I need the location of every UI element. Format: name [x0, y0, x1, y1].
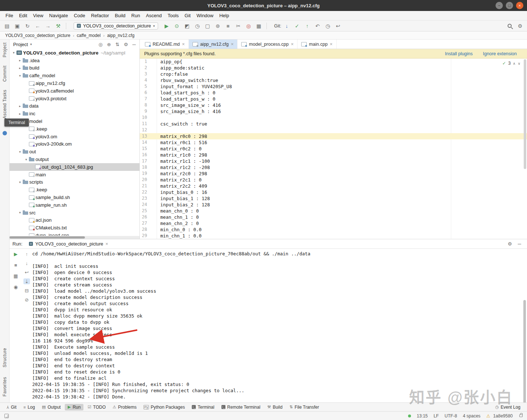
profiler-icon[interactable]: ◷	[194, 23, 201, 29]
code-line[interactable]: 18 matrix_r1c2 : -208	[140, 164, 527, 170]
tree-item[interactable]: ▸ build	[10, 64, 139, 72]
tab-aipp-nv12-cfg[interactable]: aipp_nv12.cfg ×	[189, 40, 238, 49]
clear-all-icon[interactable]: ⊘	[23, 297, 30, 303]
menu-item[interactable]: Git	[182, 12, 193, 19]
inspections-widget[interactable]: ✓ 3 ∧ ∨	[502, 61, 520, 66]
toolwindow-button-todo[interactable]: ☑ TODO	[85, 404, 108, 410]
tree-item[interactable]: ▸ .idea	[10, 57, 139, 64]
toolwindow-button-output[interactable]: ▤ Output	[39, 404, 63, 410]
stop-icon[interactable]: ■	[225, 23, 231, 29]
run-configuration-select[interactable]: YOLOV3_coco_detection_picture ▾	[74, 22, 158, 30]
tree-item[interactable]: yolov3.prototxt	[10, 95, 139, 102]
tree-item[interactable]: ▾ src	[10, 209, 139, 217]
code-line[interactable]: 25 mean_chn_0 : 0	[140, 208, 527, 214]
print-icon[interactable]: ⊟	[23, 288, 30, 293]
soft-wrap-icon[interactable]: ↩	[23, 269, 30, 275]
tree-item[interactable]: sample_run.sh	[10, 201, 139, 209]
up-stack-trace-icon[interactable]: ↑	[23, 251, 30, 257]
ignore-extension-link[interactable]: Ignore extension	[483, 51, 517, 56]
next-issue-icon[interactable]: ∨	[518, 61, 520, 65]
forward-icon[interactable]: →	[45, 23, 51, 29]
lock-icon[interactable]	[519, 415, 523, 417]
code-line[interactable]: 14 matrix_r0c1 : 516	[140, 139, 527, 146]
open-icon[interactable]: ▤	[4, 23, 10, 29]
code-line[interactable]: 15 matrix_r0c2 : 0	[140, 146, 527, 152]
toolwindow-button-build[interactable]: ⚒ Build	[264, 404, 285, 410]
menu-item[interactable]: File	[3, 12, 16, 19]
stop-icon[interactable]: ■	[12, 262, 19, 268]
run-icon[interactable]: ▶	[163, 23, 170, 29]
scroll-to-end-icon[interactable]: ⇣	[23, 278, 30, 284]
code-line[interactable]: 20 matrix_r2c1 : 0	[140, 177, 527, 183]
breadcrumb-item[interactable]: YOLOV3_coco_detection_picture	[5, 33, 70, 38]
install-plugins-link[interactable]: Install plugins	[445, 51, 473, 56]
undo-icon[interactable]: ↩	[335, 23, 341, 29]
code-line[interactable]: 6 load_start_pos_h : 0	[140, 90, 527, 96]
code-line[interactable]: 5 input_format : YUV420SP_U8	[140, 83, 527, 90]
code-line[interactable]: 2 aipp_mode:static	[140, 65, 527, 71]
tree-item[interactable]: ▸ data	[10, 102, 139, 110]
tree-chevron-icon[interactable]: ▸	[17, 66, 23, 70]
code-line[interactable]: 19 matrix_r2c0 : 298	[140, 170, 527, 177]
run-settings-icon[interactable]: ⚙	[508, 241, 512, 247]
toolwindow-button-problems[interactable]: ⚠ Problems	[110, 404, 140, 410]
build-icon[interactable]: ⚒	[55, 23, 61, 29]
editor-content[interactable]: 1 aipp_op{ 2 aipp_mode:static 3 crop:fal…	[140, 59, 527, 239]
close-tab-icon[interactable]: ×	[291, 41, 294, 47]
project-panel-title[interactable]: Project	[13, 42, 28, 47]
tree-item[interactable]: ▸ inc	[10, 110, 139, 117]
code-line[interactable]: 24 input_bias_2 : 128	[140, 202, 527, 208]
update-project-icon[interactable]: ↓	[284, 23, 290, 29]
tree-item[interactable]: out_dog1_1024_683.jpg	[10, 163, 139, 171]
code-line[interactable]: 8 src_image_size_w : 416	[140, 102, 527, 108]
menu-item[interactable]: View	[30, 12, 46, 19]
close-button[interactable]: ×	[516, 2, 523, 9]
close-tab-icon[interactable]: ×	[182, 41, 185, 47]
toolwindow-switcher-icon[interactable]	[4, 414, 9, 418]
code-line[interactable]: 16 matrix_r1c0 : 298	[140, 152, 527, 158]
toolwindow-button-terminal[interactable]: ›_ Terminal	[189, 404, 217, 410]
code-line[interactable]: 11 csc_switch : true	[140, 121, 527, 127]
run-tab[interactable]: YOLOV3_coco_detection_picture ×	[26, 239, 111, 248]
stripe-commit[interactable]: Commit	[2, 65, 7, 82]
tree-horizontal-scrollbar[interactable]	[10, 236, 139, 239]
close-tab-icon[interactable]: ×	[231, 41, 234, 47]
tab-main-cpp[interactable]: main.cpp ×	[298, 40, 336, 49]
pin-icon[interactable]: ◉	[12, 284, 19, 290]
down-stack-trace-icon[interactable]: ↓	[23, 260, 30, 266]
code-line[interactable]: 28 min_chn_0 : 0.0	[140, 226, 527, 233]
tree-chevron-icon[interactable]: ▸	[17, 59, 23, 62]
menu-item[interactable]: Navigate	[46, 12, 70, 19]
previous-issue-icon[interactable]: ∧	[513, 61, 515, 65]
scissors-icon[interactable]: ✂	[235, 23, 242, 29]
push-icon[interactable]: ↑	[304, 23, 311, 29]
capture-icon[interactable]: ▢	[204, 23, 211, 29]
back-icon[interactable]: ←	[34, 23, 41, 29]
code-line[interactable]: 23 input_bias_1 : 128	[140, 195, 527, 202]
tree-item[interactable]: ▾ scripts	[10, 179, 139, 186]
tree-chevron-icon[interactable]: ▾	[11, 51, 16, 55]
tree-item[interactable]: ▾ caffe_model	[10, 72, 139, 79]
hide-panel-icon[interactable]: ─	[518, 241, 521, 247]
toolwindow-button-remote-terminal[interactable]: ›_ Remote Terminal	[218, 404, 264, 410]
breadcrumb-item[interactable]: caffe_model	[77, 33, 101, 38]
code-line[interactable]: 3 crop:false	[140, 71, 527, 77]
tree-chevron-icon[interactable]: ▸	[17, 112, 23, 116]
restore-layout-icon[interactable]: ▦	[12, 273, 19, 279]
tree-chevron-icon[interactable]: ▾	[17, 74, 23, 78]
tree-item[interactable]: sample_build.sh	[10, 194, 139, 201]
select-opened-file-icon[interactable]: ◎	[98, 42, 102, 47]
close-tab-icon[interactable]: ×	[105, 241, 108, 247]
save-icon[interactable]: ▣	[14, 23, 20, 29]
tree-chevron-icon[interactable]: ▾	[17, 180, 23, 184]
caret-position[interactable]: 13:15	[417, 413, 428, 419]
coverage-icon[interactable]: ◩	[184, 23, 190, 29]
tree-item[interactable]: yolov3.caffemodel	[10, 87, 139, 95]
minimize-button[interactable]: −	[496, 2, 503, 9]
code-line[interactable]: 26 mean_chn_1 : 0	[140, 214, 527, 220]
tree-item[interactable]: .keep	[10, 186, 139, 194]
settings-gear-icon[interactable]: ⚙	[517, 23, 523, 29]
rollback-icon[interactable]: ↶	[314, 23, 321, 29]
rerun-icon[interactable]: ▶	[12, 251, 19, 257]
code-line[interactable]: 13 matrix_r0c0 : 298	[140, 133, 527, 139]
